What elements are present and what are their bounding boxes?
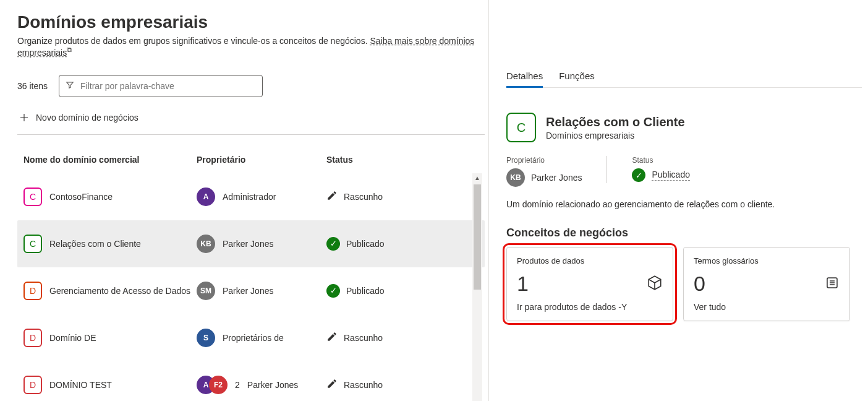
table-row[interactable]: C Relações com o Cliente KB Parker Jones…: [17, 220, 485, 267]
published-icon: ✓: [326, 237, 340, 251]
draft-icon: [326, 378, 338, 391]
new-domain-button[interactable]: Novo domínio de negócios: [17, 108, 485, 134]
domain-description: Um domínio relacionado ao gerenciamento …: [506, 199, 862, 209]
published-icon: ✓: [326, 284, 340, 298]
domain-subtitle: Domínios empresariais: [546, 131, 685, 140]
status-text: Rascunho: [344, 192, 383, 202]
details-tabs: Detalhes Funções: [506, 68, 862, 88]
status-text: Publicado: [346, 239, 385, 249]
status-text: Rascunho: [344, 333, 383, 343]
main-list-pane: Domínios empresariais Organize produtos …: [0, 0, 488, 401]
avatar-stack: A F2: [197, 376, 228, 394]
avatar: KB: [506, 168, 525, 187]
owner-block: Proprietário KB Parker Jones: [506, 156, 582, 187]
new-domain-label: Novo domínio de negócios: [36, 113, 138, 123]
domain-badge-icon: D: [23, 282, 42, 300]
domain-badge-icon: C: [23, 235, 42, 253]
page-title: Domínios empresariais: [17, 12, 485, 32]
box-icon: [647, 275, 663, 293]
table-row[interactable]: D Domínio DE S Proprietários de Rascunho: [17, 314, 485, 361]
details-pane: Detalhes Funções C Relações com o Client…: [488, 0, 868, 401]
card-link[interactable]: Ir para produtos de dados -Y: [517, 302, 663, 312]
status-label: Status: [632, 156, 690, 165]
domain-header: C Relações com o Cliente Domínios empres…: [506, 113, 862, 142]
owner-name: Proprietários de: [223, 333, 284, 343]
draft-icon: [326, 190, 338, 203]
domain-name: ContosoFinance: [49, 192, 113, 202]
filter-text[interactable]: [79, 80, 256, 92]
domain-name: Domínio DE: [49, 333, 96, 343]
table-row[interactable]: D Gerenciamento de Acesso de Dados SM Pa…: [17, 267, 485, 314]
filter-keyword-input[interactable]: [59, 75, 263, 97]
avatar: KB: [197, 235, 215, 253]
table-row[interactable]: D DOMÍNIO TEST A F2 2 Parker Jones Rascu…: [17, 361, 485, 401]
card-value: 1: [517, 272, 529, 296]
owner-name: Administrador: [223, 192, 276, 202]
scroll-up-icon[interactable]: ▲: [472, 175, 482, 181]
col-owner[interactable]: Proprietário: [197, 155, 326, 165]
avatar: SM: [197, 282, 215, 300]
table-row[interactable]: C ContosoFinance A Administrador Rascunh…: [17, 173, 485, 220]
published-icon: ✓: [632, 168, 645, 182]
divider: [17, 134, 485, 135]
owner-name: Parker Jones: [247, 380, 298, 390]
domain-name: DOMÍNIO TEST: [49, 380, 112, 390]
card-title: Termos glossários: [694, 256, 840, 265]
col-name[interactable]: Nome do domínio comercial: [23, 155, 197, 165]
divider: [606, 156, 607, 183]
card-title: Produtos de dados: [517, 256, 663, 265]
status-block: Status ✓ Publicado: [632, 156, 690, 182]
owner-label: Proprietário: [506, 156, 582, 165]
card-data-products[interactable]: Produtos de dados 1 Ir para produtos de …: [506, 247, 673, 321]
avatar: F2: [209, 376, 228, 394]
scrollbar-thumb[interactable]: [474, 184, 481, 290]
external-link-icon: ⧉: [67, 46, 72, 53]
domain-badge-icon: D: [23, 376, 42, 394]
domain-title: Relações com o Cliente: [546, 115, 685, 129]
domain-badge-icon: C: [23, 188, 42, 206]
item-count: 36 itens: [17, 81, 48, 91]
col-status[interactable]: Status: [326, 155, 479, 165]
scrollbar[interactable]: ▲: [472, 173, 482, 401]
card-value: 0: [694, 272, 705, 296]
table-header: Nome do domínio comercial Proprietário S…: [17, 146, 485, 173]
list-icon: [825, 275, 840, 292]
owner-name: Parker Jones: [223, 239, 273, 249]
domain-name: Gerenciamento de Acesso de Dados: [49, 286, 190, 296]
status-text: Publicado: [346, 286, 385, 296]
owner-name: Parker Jones: [223, 286, 273, 296]
status-text: Rascunho: [344, 380, 383, 390]
concepts-heading: Conceitos de negócios: [506, 226, 862, 239]
card-link[interactable]: Ver tudo: [694, 302, 840, 312]
owner-name: Parker Jones: [531, 173, 582, 183]
card-glossary-terms[interactable]: Termos glossários 0 Ver tudo: [683, 247, 850, 321]
draft-icon: [326, 331, 338, 344]
tab-details[interactable]: Detalhes: [506, 68, 543, 87]
filter-icon: [66, 80, 74, 91]
domain-badge-icon: D: [23, 329, 42, 347]
page-description: Organize produtos de dados em grupos sig…: [17, 36, 485, 58]
tab-roles[interactable]: Funções: [559, 68, 595, 87]
domain-name: Relações com o Cliente: [49, 239, 141, 249]
owner-count: 2: [235, 380, 240, 390]
table-body: C ContosoFinance A Administrador Rascunh…: [17, 173, 485, 401]
avatar: A: [197, 188, 215, 206]
status-value: Publicado: [652, 170, 690, 181]
plus-icon: [19, 112, 30, 123]
avatar: S: [197, 329, 215, 347]
domain-badge-icon: C: [506, 113, 536, 142]
